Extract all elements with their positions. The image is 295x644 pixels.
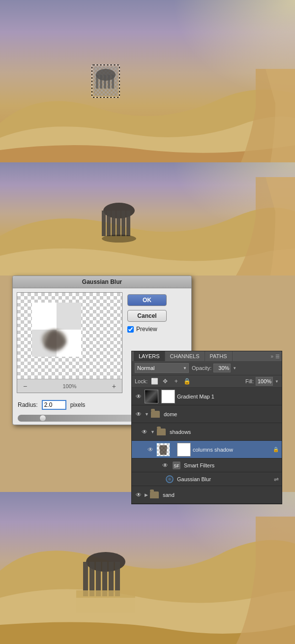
svg-rect-16 xyxy=(117,211,120,236)
gaussian-blur-row[interactable]: Gaussian Blur ⇌ xyxy=(132,472,282,486)
zoom-level: 100% xyxy=(62,383,76,389)
opacity-row: Opacity: ▼ xyxy=(192,364,236,372)
tab-more-arrows: » xyxy=(270,354,273,359)
zoom-plus-button[interactable]: + xyxy=(110,382,118,390)
layer-row-columns-shadow[interactable]: 👁 columns shadow 🔒 xyxy=(132,441,282,459)
ok-button[interactable]: OK xyxy=(127,294,167,306)
svg-rect-13 xyxy=(102,211,106,236)
figure-right-bottom xyxy=(236,517,295,644)
adjust-sliders-icon[interactable]: ⇌ xyxy=(274,476,279,483)
opacity-input[interactable] xyxy=(213,364,231,372)
opacity-label: Opacity: xyxy=(192,365,211,371)
gaussian-blur-label: Gaussian Blur xyxy=(177,476,271,482)
eye-icon-shadows[interactable]: 👁 xyxy=(141,428,148,436)
desert-mid-section xyxy=(0,162,295,276)
svg-rect-17 xyxy=(121,211,125,236)
layers-tab-bar: LAYERS CHANNELS PATHS » ☰ xyxy=(132,351,282,361)
layers-panel: LAYERS CHANNELS PATHS » ☰ Normal ▼ Opaci… xyxy=(131,351,282,504)
expand-dome-button[interactable]: ▼ xyxy=(145,412,149,417)
opacity-arrow[interactable]: ▼ xyxy=(233,366,236,370)
layer-chain-link xyxy=(172,443,175,457)
layer-name-columns-shadow: columns shadow xyxy=(193,447,271,453)
blend-mode-wrap: Normal ▼ xyxy=(135,363,189,373)
layer-row-dome[interactable]: 👁 ▼ dome xyxy=(132,405,282,423)
svg-point-19 xyxy=(102,235,136,243)
fill-label: Fill: xyxy=(245,378,254,384)
smart-filters-label: Smart Filters xyxy=(184,462,279,468)
layer-name-dome: dome xyxy=(164,411,279,417)
svg-rect-7 xyxy=(104,75,106,89)
tab-menu-icon[interactable]: ☰ xyxy=(275,354,280,359)
svg-rect-39 xyxy=(76,598,135,613)
radius-label: Radius: xyxy=(18,401,38,408)
svg-rect-15 xyxy=(112,211,116,236)
desert-bottom-section xyxy=(0,492,295,644)
layer-thumb-columns-shadow-inner xyxy=(159,445,167,455)
fill-arrow[interactable]: ▼ xyxy=(275,379,279,384)
lock-fill-row: Lock: ⬜ ✥ + 🔒 Fill: ▼ xyxy=(132,375,282,388)
layer-name-sand: sand xyxy=(163,492,279,498)
tab-paths[interactable]: PATHS xyxy=(205,351,233,361)
blend-mode-select[interactable]: Normal xyxy=(135,363,189,373)
eye-icon-sand[interactable]: 👁 xyxy=(135,491,143,499)
tab-layers[interactable]: LAYERS xyxy=(134,351,165,361)
eye-icon-smart-filters[interactable]: 👁 xyxy=(161,461,169,469)
preview-checkbox-label[interactable]: Preview xyxy=(127,326,167,333)
preview-checkbox[interactable] xyxy=(127,326,134,333)
svg-rect-9 xyxy=(112,75,114,89)
desert-top-section xyxy=(0,0,295,162)
radius-unit: pixels xyxy=(70,401,86,408)
layer-row-sand[interactable]: 👁 ▶ sand xyxy=(132,486,282,504)
figure-right-mid xyxy=(236,177,295,276)
svg-rect-23 xyxy=(57,303,81,330)
svg-rect-6 xyxy=(100,75,102,89)
svg-text:SF: SF xyxy=(174,463,179,468)
tab-channels[interactable]: CHANNELS xyxy=(165,351,205,361)
eye-icon-gradient-map[interactable]: 👁 xyxy=(135,393,143,400)
layer-row-shadows[interactable]: 👁 ▼ shadows xyxy=(132,423,282,441)
figure-right-top xyxy=(241,69,295,162)
zoom-minus-button[interactable]: − xyxy=(21,382,29,390)
lock-all-button[interactable]: + xyxy=(172,377,180,385)
folder-icon-sand xyxy=(150,491,159,498)
layer-thumb-columns-shadow xyxy=(156,443,170,457)
slider-thumb[interactable] xyxy=(39,415,46,422)
folder-icon-shadows xyxy=(157,429,166,435)
dome-mid xyxy=(96,197,143,248)
expand-sand-button[interactable]: ▶ xyxy=(145,492,148,497)
eye-icon-dome[interactable]: 👁 xyxy=(135,410,143,418)
canvas: Gaussian Blur xyxy=(0,0,295,644)
layer-name-shadows: shadows xyxy=(170,429,279,435)
expand-shadows-button[interactable]: ▼ xyxy=(150,429,155,434)
preview-zoom-bar: − 100% + xyxy=(17,379,122,393)
layer-mask-thumb-gradient-map xyxy=(161,390,175,403)
layer-mask-thumb-columns-shadow xyxy=(177,443,191,457)
fill-row: Fill: ▼ xyxy=(245,377,279,386)
preview-image-content xyxy=(32,303,81,357)
layer-thumb-gradient-map xyxy=(145,390,158,403)
layer-name-gradient-map: Gradient Map 1 xyxy=(177,394,279,399)
lock-pixels-button[interactable]: ⬜ xyxy=(150,377,158,385)
cancel-button[interactable]: Cancel xyxy=(127,310,167,322)
svg-rect-14 xyxy=(107,211,111,236)
lock-label: Lock: xyxy=(135,378,148,384)
folder-icon-dome xyxy=(151,411,160,418)
dome-bottom xyxy=(76,546,135,613)
svg-rect-21 xyxy=(32,303,57,330)
floating-object-top xyxy=(91,64,120,98)
lock-move-button[interactable]: ✥ xyxy=(161,377,169,385)
smart-filters-row[interactable]: 👁 SF Smart Filters xyxy=(132,459,282,472)
eye-icon-columns-shadow[interactable]: 👁 xyxy=(147,446,154,454)
svg-rect-5 xyxy=(96,75,98,89)
svg-point-29 xyxy=(168,478,171,481)
preview-label: Preview xyxy=(136,326,157,333)
tab-more[interactable]: » ☰ xyxy=(270,354,280,359)
lock-lock-button[interactable]: 🔒 xyxy=(183,377,191,385)
dialog-preview-area[interactable]: − 100% + xyxy=(17,292,122,393)
radius-input[interactable] xyxy=(42,400,66,410)
layer-lock-icon-columns: 🔒 xyxy=(273,447,279,452)
layer-row-gradient-map[interactable]: 👁 Gradient Map 1 xyxy=(132,388,282,405)
svg-rect-18 xyxy=(126,211,130,236)
fill-input[interactable] xyxy=(256,377,273,386)
smart-filter-icon: SF xyxy=(172,461,181,470)
